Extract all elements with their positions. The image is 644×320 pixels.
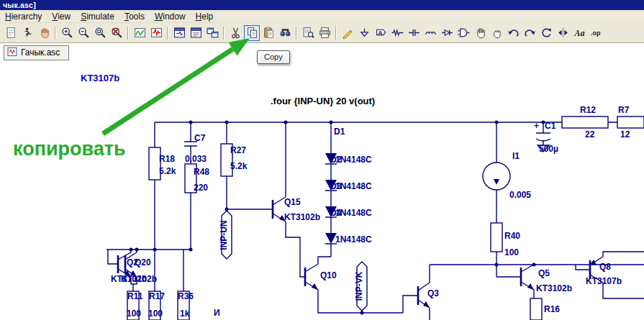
menu-item-help[interactable]: Help <box>191 11 219 22</box>
tile-windows-button[interactable] <box>204 25 220 41</box>
component-label[interactable]: Q8 <box>599 262 611 272</box>
print-button[interactable] <box>317 25 332 41</box>
component-label[interactable]: 0.033 <box>185 154 207 164</box>
component-label[interactable]: 5.2k <box>230 161 248 171</box>
component-label[interactable]: C1 <box>545 121 556 131</box>
component-label[interactable]: 1N4148C <box>335 208 372 218</box>
toolbar-separator <box>125 26 131 40</box>
new-schematic-icon <box>5 27 17 39</box>
op-button[interactable]: .op <box>588 25 604 41</box>
component-label[interactable]: 1k <box>180 308 190 319</box>
component-label[interactable]: Q10 <box>320 270 337 280</box>
component-label[interactable]: D1 <box>334 127 345 137</box>
component-label[interactable]: Q5 <box>538 268 550 278</box>
run-button[interactable] <box>19 25 35 41</box>
zoom-full-icon <box>94 27 106 39</box>
print-preview-button[interactable] <box>300 25 316 41</box>
component-label[interactable]: Q15 <box>284 197 301 207</box>
undo-button[interactable] <box>505 25 521 41</box>
component-label[interactable]: R27 <box>230 145 246 155</box>
redo-button[interactable] <box>522 25 538 41</box>
zoom-full-button[interactable] <box>92 25 108 41</box>
menu-item-tools[interactable]: Tools <box>119 11 150 22</box>
zoom-off-button[interactable] <box>109 25 124 41</box>
schematic-window-button[interactable] <box>171 25 187 41</box>
window-title: чык.asc] <box>3 1 36 9</box>
component-button[interactable] <box>455 25 471 41</box>
component-label[interactable]: KT3107b <box>81 73 119 83</box>
component-label[interactable]: I1 <box>512 151 520 161</box>
component-label[interactable]: Q20 <box>135 257 151 268</box>
component-label[interactable]: R40 <box>504 231 520 241</box>
component-label[interactable]: 500µ <box>539 144 558 154</box>
component-label[interactable]: 1N4148C <box>335 234 372 244</box>
component-label[interactable]: 0.005 <box>509 190 531 200</box>
component-label[interactable]: 220 <box>194 183 208 193</box>
toolbar-separator <box>333 26 339 40</box>
capacitor-button[interactable] <box>406 25 422 41</box>
menu-item-window[interactable]: Window <box>150 11 191 22</box>
component-label[interactable]: 5.2k <box>159 166 176 176</box>
menu-item-view[interactable]: View <box>47 11 76 22</box>
halt-button[interactable] <box>36 25 52 41</box>
spice-directive[interactable]: .four {INP-UN} 20 v(out) <box>271 96 375 106</box>
net-label[interactable]: INP-VK <box>354 271 364 301</box>
mirror-button[interactable] <box>555 25 571 41</box>
component-label[interactable]: KT3102b <box>284 212 320 222</box>
component-label[interactable]: R12 <box>580 105 596 115</box>
component-label[interactable]: R7 <box>618 105 630 115</box>
cut-icon <box>230 27 242 39</box>
tab-strip: Гачык.asc <box>0 43 644 62</box>
plot-settings-button[interactable] <box>148 25 164 41</box>
run-icon <box>22 27 34 39</box>
component-label[interactable]: R16 <box>544 304 560 314</box>
component-label[interactable]: 22 <box>585 129 595 140</box>
component-label[interactable]: 12 <box>620 129 630 140</box>
component-label[interactable]: 100 <box>148 308 163 319</box>
find-icon <box>279 27 291 39</box>
component-label[interactable]: 1N4148C <box>335 181 372 191</box>
component-label[interactable]: C7 <box>194 133 206 143</box>
text-button[interactable]: Aa <box>571 25 587 41</box>
zoom-in-button[interactable] <box>59 25 75 41</box>
tab-schematic-file[interactable]: Гачык.asc <box>4 45 69 60</box>
menu-item-hierarchy[interactable]: Hierarchy <box>0 11 47 22</box>
move-button[interactable] <box>472 25 488 41</box>
tab-label: Гачык.asc <box>21 47 60 58</box>
component-label[interactable]: И <box>214 308 220 318</box>
schematic-canvas[interactable]: .four {INP-UN} 20 v(out) KT3107bR185.2kC… <box>0 61 644 320</box>
component-label[interactable]: KT3107b <box>586 276 622 286</box>
copy-button[interactable] <box>244 25 260 41</box>
resistor-button[interactable] <box>389 25 405 41</box>
component-label[interactable]: R36 <box>178 291 194 301</box>
component-label[interactable]: R18 <box>159 154 175 164</box>
component-label[interactable]: + <box>534 121 539 131</box>
wire-button[interactable] <box>340 25 355 41</box>
find-button[interactable] <box>277 25 293 41</box>
component-label[interactable]: KT3102b <box>536 283 572 293</box>
component-label[interactable]: KT3102b <box>121 274 157 284</box>
netlist-button[interactable] <box>188 25 204 41</box>
plot-pane-button[interactable] <box>132 25 148 41</box>
component-label[interactable]: 1N4148C <box>335 155 372 165</box>
inductor-button[interactable] <box>422 25 438 41</box>
component-label[interactable]: 100 <box>504 247 519 257</box>
ground-button[interactable] <box>356 25 372 41</box>
zoom-out-button[interactable] <box>76 25 91 41</box>
label-button[interactable]: A <box>373 25 389 41</box>
component-label[interactable]: 100 <box>127 308 141 319</box>
menu-item-simulate[interactable]: Simulate <box>76 11 119 22</box>
net-label[interactable]: INP-UN <box>219 220 229 250</box>
rotate-button[interactable] <box>538 25 554 41</box>
diode-button[interactable] <box>439 25 455 41</box>
paste-button[interactable] <box>260 25 276 41</box>
new-schematic-button[interactable] <box>3 25 19 41</box>
window-titlebar: чык.asc] <box>0 0 644 10</box>
cut-button[interactable] <box>227 25 243 41</box>
capacitor-icon <box>408 27 420 39</box>
component-label[interactable]: R17 <box>149 291 165 301</box>
drag-button[interactable] <box>489 25 504 41</box>
component-label[interactable]: Q3 <box>427 288 439 298</box>
component-label[interactable]: R48 <box>194 167 209 177</box>
component-label[interactable]: R11 <box>127 291 143 301</box>
